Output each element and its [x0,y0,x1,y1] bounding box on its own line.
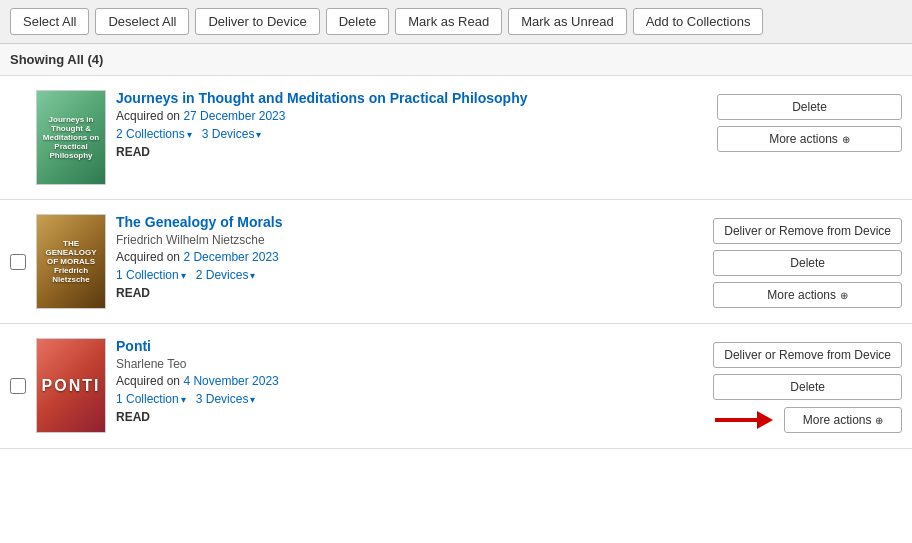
select-all-button[interactable]: Select All [10,8,89,35]
acquired-date-link[interactable]: 2 December 2023 [183,250,278,264]
more-actions-row: More actions ⊕ [713,406,902,434]
toolbar: Select All Deselect All Deliver to Devic… [0,0,912,44]
book-author: Sharlene Teo [116,357,703,371]
book-acquired: Acquired on 2 December 2023 [116,250,703,264]
deliver-remove-button[interactable]: Deliver or Remove from Device [713,218,902,244]
collections-tag[interactable]: 1 Collection ▾ [116,392,186,406]
book-info: Ponti Sharlene Teo Acquired on 4 Novembe… [116,338,703,424]
add-to-collections-button[interactable]: Add to Collections [633,8,764,35]
showing-count: Showing All (4) [0,44,912,76]
collections-arrow-icon: ▾ [181,394,186,405]
devices-label: 2 Devices [196,268,249,282]
book-status: READ [116,410,703,424]
book-tags: 1 Collection ▾ 2 Devices ▾ [116,268,703,282]
book-actions: Deliver or Remove from Device Delete Mor… [713,214,902,308]
deliver-to-device-button[interactable]: Deliver to Device [195,8,319,35]
collections-label: 1 Collection [116,392,179,406]
chevron-down-icon: ⊕ [842,134,850,145]
table-row: PONTI Ponti Sharlene Teo Acquired on 4 N… [0,324,912,449]
collections-tag[interactable]: 2 Collections ▾ [116,127,192,141]
devices-arrow-icon: ▾ [250,394,255,405]
acquired-date-link[interactable]: 4 November 2023 [183,374,278,388]
collections-arrow-icon: ▾ [187,129,192,140]
book-actions-wrapper: Deliver or Remove from Device Delete Mor… [713,338,902,434]
book-status: READ [116,145,707,159]
arrow-indicator [713,406,773,434]
table-row: THE GENEALOGY OF MORALS Friedrich Nietzs… [0,200,912,324]
book-actions-wrapper: Delete More actions ⊕ [717,90,902,152]
devices-label: 3 Devices [202,127,255,141]
book-checkbox[interactable] [10,254,26,270]
book-info: The Genealogy of Morals Friedrich Wilhel… [116,214,703,300]
book-title[interactable]: Journeys in Thought and Meditations on P… [116,90,707,106]
book-cover: THE GENEALOGY OF MORALS Friedrich Nietzs… [36,214,106,309]
deliver-remove-button[interactable]: Deliver or Remove from Device [713,342,902,368]
collections-arrow-icon: ▾ [181,270,186,281]
acquired-date-link[interactable]: 27 December 2023 [183,109,285,123]
mark-as-unread-button[interactable]: Mark as Unread [508,8,626,35]
book-checkbox[interactable] [10,378,26,394]
delete-book-button[interactable]: Delete [717,94,902,120]
book-cover: Journeys in Thought & Meditations on Pra… [36,90,106,185]
collections-tag[interactable]: 1 Collection ▾ [116,268,186,282]
devices-arrow-icon: ▾ [250,270,255,281]
more-actions-button[interactable]: More actions ⊕ [784,407,902,433]
book-title[interactable]: The Genealogy of Morals [116,214,703,230]
book-title[interactable]: Ponti [116,338,703,354]
mark-as-read-button[interactable]: Mark as Read [395,8,502,35]
red-arrow-icon [713,406,773,434]
book-info: Journeys in Thought and Meditations on P… [116,90,707,159]
book-actions: Delete More actions ⊕ [717,90,902,152]
book-status: READ [116,286,703,300]
svg-marker-1 [757,411,773,429]
delete-book-button[interactable]: Delete [713,374,902,400]
book-acquired: Acquired on 4 November 2023 [116,374,703,388]
book-author: Friedrich Wilhelm Nietzsche [116,233,703,247]
table-row: Journeys in Thought & Meditations on Pra… [0,76,912,200]
book-list: Journeys in Thought & Meditations on Pra… [0,76,912,449]
book-tags: 2 Collections ▾ 3 Devices ▾ [116,127,707,141]
chevron-down-icon: ⊕ [840,290,848,301]
devices-tag[interactable]: 2 Devices ▾ [196,268,256,282]
devices-tag[interactable]: 3 Devices ▾ [202,127,262,141]
book-actions-wrapper: Deliver or Remove from Device Delete Mor… [713,214,902,308]
book-cover: PONTI [36,338,106,433]
delete-book-button[interactable]: Delete [713,250,902,276]
book-acquired: Acquired on 27 December 2023 [116,109,707,123]
collections-label: 2 Collections [116,127,185,141]
chevron-down-icon: ⊕ [875,415,883,426]
book-tags: 1 Collection ▾ 3 Devices ▾ [116,392,703,406]
collections-label: 1 Collection [116,268,179,282]
devices-tag[interactable]: 3 Devices ▾ [196,392,256,406]
devices-arrow-icon: ▾ [256,129,261,140]
book-actions: Deliver or Remove from Device Delete Mor… [713,338,902,434]
more-actions-button[interactable]: More actions ⊕ [713,282,902,308]
deselect-all-button[interactable]: Deselect All [95,8,189,35]
more-actions-button[interactable]: More actions ⊕ [717,126,902,152]
delete-button[interactable]: Delete [326,8,390,35]
devices-label: 3 Devices [196,392,249,406]
